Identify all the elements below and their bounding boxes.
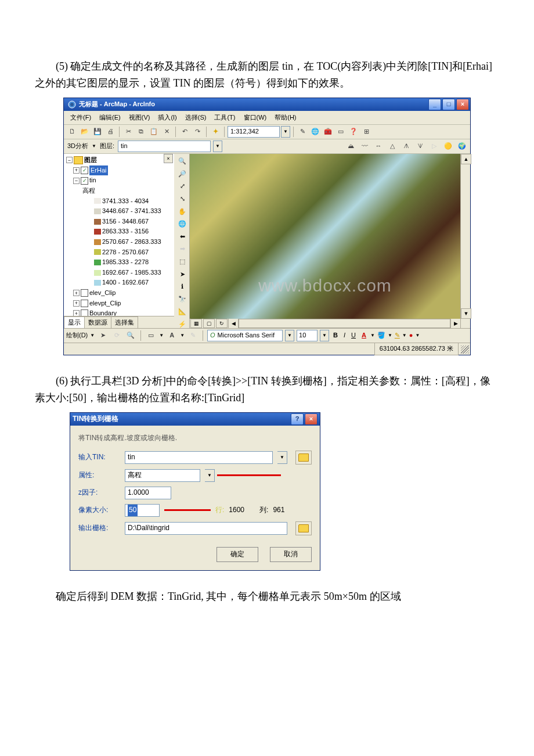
arccatalog-icon[interactable]: 🌐: [309, 126, 321, 138]
delete-icon[interactable]: ✕: [161, 126, 172, 138]
zoom-draw-icon[interactable]: 🔍: [125, 330, 136, 341]
pan-icon[interactable]: ✋: [176, 207, 188, 217]
toc-tab-selection[interactable]: 选择集: [111, 316, 138, 329]
draw-menu-arrow[interactable]: ▼: [90, 332, 95, 340]
checkbox-icon[interactable]: ✓: [81, 167, 88, 174]
arctoolbox-icon[interactable]: 🧰: [322, 126, 334, 138]
tool7-icon[interactable]: ▷: [428, 141, 440, 152]
scroll-right-icon[interactable]: ▶: [450, 318, 461, 329]
italic-button[interactable]: I: [342, 330, 347, 341]
scroll-down-icon[interactable]: ▼: [461, 308, 471, 319]
line-color-button[interactable]: ✎: [395, 330, 400, 341]
input-tin-browse-button[interactable]: [295, 451, 312, 465]
cut-icon[interactable]: ✂: [122, 126, 134, 138]
font-name-field[interactable]: O Microsoft Sans Serif: [207, 330, 283, 341]
find-icon[interactable]: 🔭: [176, 294, 188, 305]
output-browse-button[interactable]: [295, 521, 312, 535]
new-icon[interactable]: 🗋: [66, 126, 78, 138]
toolbar-3d-menu-arrow[interactable]: ▼: [92, 143, 96, 150]
vertical-scrollbar[interactable]: ▲ ▼: [460, 154, 470, 319]
output-raster-field[interactable]: D:\Dali\tingrid: [125, 522, 287, 535]
font-size-field[interactable]: 10: [297, 330, 317, 341]
fillcolor-arrow[interactable]: ▼: [388, 332, 392, 340]
marker-color-button[interactable]: ●: [409, 330, 413, 341]
close-button[interactable]: ×: [456, 99, 469, 110]
scale-dropdown-icon[interactable]: ▼: [281, 126, 290, 138]
dialog-help-button[interactable]: ?: [291, 413, 304, 425]
cancel-button[interactable]: 取消: [270, 547, 312, 562]
select-features-icon[interactable]: ⬚: [176, 257, 188, 267]
paste-icon[interactable]: 📋: [148, 126, 160, 138]
bold-button[interactable]: B: [331, 330, 340, 341]
checkbox-icon[interactable]: ✓: [81, 177, 88, 185]
fixed-zoom-out-icon[interactable]: ⤡: [176, 194, 188, 204]
fill-color-button[interactable]: 🪣: [377, 330, 385, 341]
surface-icon[interactable]: ⩛: [414, 141, 426, 152]
toc-tab-display[interactable]: 显示: [64, 316, 85, 329]
font-dropdown-icon[interactable]: ▼: [285, 330, 294, 341]
toolbar-3d-label[interactable]: 3D分析: [66, 141, 89, 152]
menu-help[interactable]: 帮助(H): [270, 112, 300, 124]
fixed-zoom-in-icon[interactable]: ⤢: [176, 181, 188, 192]
toc-close-icon[interactable]: ×: [164, 154, 173, 163]
pointer-icon[interactable]: ➤: [97, 330, 109, 341]
layer-dropdown-icon[interactable]: ▼: [213, 141, 222, 152]
size-dropdown-icon[interactable]: ▼: [320, 330, 329, 341]
shape-menu-arrow[interactable]: ▼: [159, 332, 164, 340]
full-extent-icon[interactable]: 🌐: [176, 219, 188, 229]
copy-icon[interactable]: ⧉: [135, 126, 147, 138]
layout-view-icon[interactable]: ▢: [203, 319, 215, 328]
attribute-dropdown-icon[interactable]: ▼: [205, 469, 215, 482]
minimize-button[interactable]: _: [428, 99, 441, 110]
input-tin-dropdown-icon[interactable]: ▼: [277, 451, 287, 464]
refresh-icon[interactable]: ↻: [216, 319, 228, 328]
pixel-size-field[interactable]: 50: [125, 504, 160, 517]
input-tin-field[interactable]: tin: [125, 451, 273, 464]
layer-selector[interactable]: tin: [118, 141, 211, 152]
underline-button[interactable]: U: [349, 330, 358, 341]
model-icon[interactable]: ⊞: [360, 126, 372, 138]
forward-icon[interactable]: ➡: [176, 244, 188, 254]
map-scale-field[interactable]: 1:312,342: [228, 126, 280, 138]
linecolor-arrow[interactable]: ▼: [402, 332, 407, 340]
back-icon[interactable]: ⬅: [176, 232, 188, 242]
zfactor-field[interactable]: 1.0000: [125, 487, 171, 499]
scroll-left-icon[interactable]: ◀: [228, 318, 239, 329]
text-menu-arrow[interactable]: ▼: [180, 332, 185, 340]
help-icon[interactable]: ❓: [348, 126, 359, 138]
cmd-icon[interactable]: ▭: [335, 126, 347, 138]
zoom-out-icon[interactable]: 🔎: [176, 169, 188, 179]
font-color-button[interactable]: A: [360, 330, 368, 341]
toc-tab-source[interactable]: 数据源: [84, 316, 111, 329]
menu-insert[interactable]: 插入(I): [154, 112, 181, 124]
edit-vertices-icon[interactable]: ✎: [187, 330, 199, 341]
select-elem-icon[interactable]: ➤: [176, 269, 188, 280]
toc-root[interactable]: − 图层: [65, 155, 173, 165]
markercolor-arrow[interactable]: ▼: [415, 332, 420, 340]
toc-layer-erhai[interactable]: + ✓ ErHai: [65, 165, 173, 176]
menu-view[interactable]: 视图(V): [125, 112, 154, 124]
attribute-field[interactable]: 高程: [125, 469, 200, 482]
undo-icon[interactable]: ↶: [179, 126, 190, 138]
redo-icon[interactable]: ↷: [192, 126, 203, 138]
rotate-icon[interactable]: ⟳: [111, 330, 122, 341]
steepest-icon[interactable]: ↔: [373, 141, 384, 152]
add-data-icon[interactable]: ✦: [210, 126, 221, 138]
editor-icon[interactable]: ✎: [297, 126, 308, 138]
contour-icon[interactable]: 〰: [359, 141, 370, 152]
menu-window[interactable]: 窗口(W): [240, 112, 271, 124]
menu-file[interactable]: 文件(F): [66, 112, 95, 124]
arcscene-icon[interactable]: 🟡: [442, 141, 454, 152]
data-view-icon[interactable]: ▦: [190, 319, 202, 328]
measure-icon[interactable]: 📐: [176, 307, 188, 317]
toc-layer-elevclip[interactable]: +elev_Clip: [65, 288, 173, 298]
dialog-close-button[interactable]: ×: [305, 413, 317, 425]
fontcolor-arrow[interactable]: ▼: [370, 332, 375, 340]
menu-tools[interactable]: 工具(T): [210, 112, 239, 124]
interpolate-icon[interactable]: ⛰: [345, 141, 356, 152]
save-icon[interactable]: 💾: [92, 126, 103, 138]
draw-label[interactable]: 绘制(D): [66, 330, 88, 341]
toc-layer-boundary[interactable]: +Boundary: [65, 308, 173, 316]
menu-edit[interactable]: 编辑(E): [95, 112, 125, 124]
ok-button[interactable]: 确定: [217, 547, 258, 562]
